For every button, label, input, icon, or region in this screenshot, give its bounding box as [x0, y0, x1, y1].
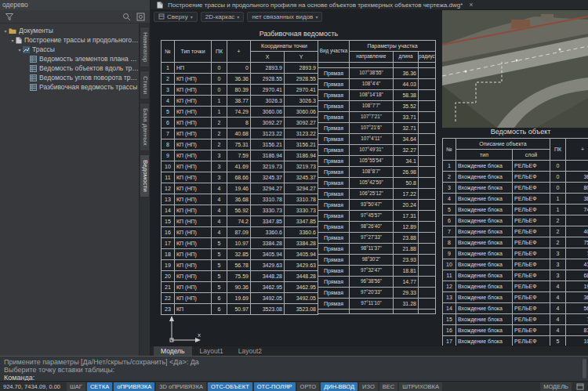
stakeout-segment-cell: Прямая	[318, 123, 350, 134]
search-icon[interactable]	[122, 12, 132, 22]
vertical-tab-2[interactable]: База данных	[140, 103, 150, 151]
tree-item[interactable]: Ведомость объектов вдоль трассы	[0, 63, 139, 73]
stakeout-segment-cell: 108°14'18"	[350, 90, 394, 101]
command-line-panel[interactable]: Примените параметры [Да/Нет/скрыть/сохра…	[0, 356, 588, 381]
stakeout-cell: 3330.73	[285, 205, 318, 216]
objects-cell: Вхождение блока	[456, 248, 513, 259]
stakeout-cell: 3	[212, 161, 227, 172]
stakeout-segment-cell: 108°4'4"	[350, 79, 394, 90]
close-icon[interactable]: ×	[469, 2, 473, 9]
stakeout-cell: 3	[212, 150, 227, 161]
stakeout-segment-cell: 93°50'47"	[350, 200, 394, 211]
col-header-plus: +	[566, 139, 588, 161]
objects-cell: 14	[443, 303, 456, 314]
col-header-section-params: Параметры участка	[350, 41, 436, 52]
command-scrollbar[interactable]	[583, 359, 586, 378]
view-direction-control[interactable]: Сверху ▾	[154, 12, 198, 22]
stakeout-cell: 87.09	[227, 227, 251, 238]
objects-cell: 16	[443, 325, 456, 336]
stakeout-cell: 3123.22	[285, 129, 318, 139]
layout-sheet-icon[interactable]	[575, 382, 585, 391]
document-tab[interactable]: Построение трассы и продольного профиля …	[168, 2, 463, 9]
col-header-point-type: Тип точки	[175, 41, 212, 63]
stakeout-cell: КП (НП)	[175, 260, 212, 271]
tree-item[interactable]: ▾Трассы	[0, 45, 139, 54]
status-toggle-7[interactable]: ДИН-ВВОД	[321, 382, 358, 391]
stakeout-cell: 19	[162, 260, 175, 271]
stakeout-cell: 3245.37	[285, 172, 318, 183]
objects-cell: РЕЛЬЕФ	[513, 292, 550, 303]
stakeout-segment-cell: 107°49'31"	[350, 145, 394, 156]
stakeout-cell: КП (НП)	[175, 172, 212, 183]
stakeout-cell: 3156.21	[285, 139, 318, 150]
stakeout-segment-cell: Прямая	[318, 189, 350, 200]
stakeout-cell: 36.36	[227, 74, 251, 85]
status-toggle-8[interactable]: ИЗО	[359, 382, 378, 391]
objects-cell: РЕЛЬЕФ	[513, 270, 550, 281]
stakeout-segment-cell	[419, 68, 436, 79]
status-toggle-1[interactable]: СЕТКА	[87, 382, 112, 391]
stakeout-segment-cell	[419, 266, 436, 277]
tree-expand-icon[interactable]: ▾	[16, 47, 23, 52]
tree-expand-icon[interactable]: ▾	[2, 28, 9, 34]
stakeout-cell: КП (НП)	[175, 85, 212, 96]
stakeout-cell: КП (НП)	[175, 271, 212, 282]
drawing-canvas[interactable]: Сверху ▾ 2D-каркас ▾ нет связанных видов…	[151, 10, 588, 346]
stakeout-cell: КП (НП)	[175, 161, 212, 172]
objects-cell: 7	[443, 226, 456, 237]
stakeout-segment-cell: 108°8'7"	[350, 167, 394, 178]
linked-views-control[interactable]: нет связанных видов ▾	[247, 12, 322, 22]
stakeout-cell: КП (НП)	[175, 282, 212, 293]
stakeout-cell: КП (НП)	[175, 74, 212, 85]
model-space-button[interactable]: МОДЕЛЬ	[540, 382, 572, 391]
vertical-tab-3[interactable]: Ведомости	[140, 154, 150, 197]
objects-cell: РЕЛЬЕФ	[513, 194, 550, 205]
tree-item[interactable]: ▾Документы	[0, 26, 139, 35]
status-toggle-2[interactable]: оПРИВЯЗКА	[114, 382, 154, 391]
stakeout-segment-cell: Прямая	[318, 288, 350, 299]
objects-cell: РЕЛЬЕФ	[513, 161, 550, 172]
status-toggle-10[interactable]: ШТРИХОВКА	[399, 382, 442, 391]
tree-item[interactable]: ▾Построение трассы и продольного про...	[0, 35, 139, 45]
tree-item[interactable]: Ведомость углов поворота трассы	[0, 73, 139, 82]
stakeout-left-grid: № Тип точки ПК + Координаты точки X Y 1Н…	[161, 40, 318, 315]
stakeout-table-title: Разбивочная ведомость	[161, 30, 437, 38]
stakeout-segment-cell: 96°38'56"	[350, 277, 394, 288]
stakeout-cell: 15	[162, 216, 175, 227]
status-toggle-5[interactable]: ОТС-ПОЛЯР	[254, 382, 296, 391]
layout-tab-2[interactable]: Layout2	[231, 346, 269, 356]
status-toggle-0[interactable]: ШАГ	[67, 382, 85, 391]
vertical-tab-1[interactable]: Стили	[140, 71, 150, 100]
status-toggle-9[interactable]: ВЕС	[379, 382, 397, 391]
stakeout-segment-cell: 29.33	[394, 288, 419, 299]
tree-expand-icon[interactable]: ▾	[9, 38, 16, 43]
status-toggle-6[interactable]: ОРТО	[297, 382, 320, 391]
stakeout-segment-cell: Прямая	[318, 244, 350, 255]
layout-tab-1[interactable]: Layout1	[193, 346, 230, 356]
status-toggle-4[interactable]: ОТС-ОБЪЕКТ	[208, 382, 252, 391]
layout-tab-0[interactable]: Модель	[154, 346, 192, 356]
vertical-tab-0[interactable]: Навигатор	[140, 27, 150, 67]
col-header-descr: Описание объекта	[456, 139, 550, 150]
stakeout-cell: 3	[212, 172, 227, 183]
col-header-y: Y	[285, 52, 318, 63]
status-toggle-3[interactable]: 3D оПРИВЯЗКА	[156, 382, 206, 391]
stakeout-segment-cell: 58.38	[394, 90, 419, 101]
stakeout-segment-cell: Прямая	[318, 211, 350, 222]
stakeout-cell: КП (НП)	[175, 194, 212, 205]
tree-item[interactable]: Ведомость элементов плана трассы	[0, 54, 139, 63]
zoom-extents-icon[interactable]	[136, 12, 146, 22]
stakeout-cell: 14	[162, 205, 175, 216]
stakeout-cell: 0	[227, 63, 251, 74]
stakeout-cell: 3384.28	[285, 238, 318, 249]
stakeout-cell: 0	[212, 85, 227, 96]
filter-icon[interactable]	[4, 12, 14, 22]
stakeout-segment-cell: Прямая	[318, 112, 350, 123]
objects-table-title: Ведомость объект	[442, 128, 588, 136]
stakeout-cell: 3523.08	[285, 304, 318, 315]
objects-cell: РЕЛЬЕФ	[513, 314, 550, 325]
stakeout-cell: 19.69	[227, 293, 251, 304]
tree-item[interactable]: Разбивочная ведомость трассы	[0, 82, 139, 92]
visual-style-control[interactable]: 2D-каркас ▾	[201, 12, 245, 22]
stakeout-cell: 4	[212, 205, 227, 216]
